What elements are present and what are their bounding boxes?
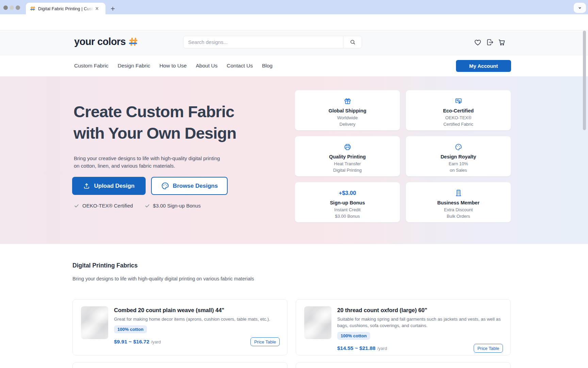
product-name: Combed 20 count plain weave (small) 44" xyxy=(114,307,280,313)
nav-custom-fabric[interactable]: Custom Fabric xyxy=(74,63,109,69)
gift-icon xyxy=(295,97,400,105)
upload-icon xyxy=(83,182,90,189)
tab-title: Digital Fabric Printing | Custo xyxy=(38,6,94,11)
new-tab-button[interactable] xyxy=(108,4,117,13)
cart-icon[interactable] xyxy=(498,38,506,46)
price-unit: /yard xyxy=(377,346,387,351)
product-description: Suitable for making spring and fall garm… xyxy=(337,316,503,329)
product-card-partial[interactable] xyxy=(296,362,511,368)
palette-icon xyxy=(161,182,169,190)
product-price: $9.91 ~ $16.72 xyxy=(114,339,149,345)
building-icon xyxy=(406,189,511,197)
search-icon xyxy=(349,39,356,45)
product-card[interactable]: 20 thread count oxford (large) 60" Suita… xyxy=(296,299,511,355)
material-badge: 100% cotton xyxy=(114,325,147,333)
product-name: 20 thread count oxford (large) 60" xyxy=(337,307,503,313)
check-item-certified: OEKO-TEX® Certified xyxy=(74,203,133,209)
nav-design-fabric[interactable]: Design Fabric xyxy=(118,63,150,69)
window-minimize-button[interactable] xyxy=(10,5,14,10)
price-table-button[interactable]: Price Table xyxy=(474,344,503,353)
tab-search-chevron-icon[interactable] xyxy=(574,3,586,13)
feature-card-eco-certified: Eco-Certified OEKO-TEX® Certified Fabric xyxy=(406,90,511,131)
material-badge: 100% cotton xyxy=(337,332,370,340)
site-header: your colors xyxy=(0,30,588,55)
browser-tab[interactable]: Digital Fabric Printing | Custo xyxy=(26,3,105,14)
products-section-subtitle: Bring your designs to life with high-qua… xyxy=(72,276,254,281)
product-description: Great for making home decor items (apron… xyxy=(114,316,274,322)
scrollbar-thumb[interactable] xyxy=(583,31,586,130)
check-item-bonus: $3.00 Sign-up Bonus xyxy=(145,203,201,209)
hero-section: Create Custom Fabric with Your Own Desig… xyxy=(0,76,588,244)
nav-blog[interactable]: Blog xyxy=(262,63,273,69)
products-section-title: Digital Printing Fabrics xyxy=(72,262,138,269)
tab-close-icon[interactable] xyxy=(94,5,100,12)
nav-contact-us[interactable]: Contact Us xyxy=(227,63,253,69)
certificate-icon xyxy=(406,97,511,105)
window-close-button[interactable] xyxy=(3,5,8,10)
logo-hash-icon xyxy=(129,37,138,46)
printer-icon xyxy=(295,143,400,151)
palette-icon xyxy=(406,143,511,151)
feature-card-design-royalty: Design Royalty Earn 10% on Sales xyxy=(406,136,511,177)
tab-favicon-hash-icon xyxy=(30,6,35,11)
feature-card-global-shipping: Global Shipping Worldwide Delivery xyxy=(295,90,400,131)
logo-text: your colors xyxy=(74,36,126,47)
nav-about-us[interactable]: About Us xyxy=(196,63,218,69)
wishlist-heart-icon[interactable] xyxy=(474,38,482,46)
bonus-amount-text: +$3.00 xyxy=(295,189,400,197)
product-thumbnail xyxy=(81,306,108,339)
feature-card-business-member: Business Member Extra Discount Bulk Orde… xyxy=(406,182,511,223)
search-bar xyxy=(183,36,362,48)
main-nav: Custom Fabric Design Fabric How to Use A… xyxy=(0,55,588,76)
nav-how-to-use[interactable]: How to Use xyxy=(159,63,186,69)
check-icon xyxy=(74,203,79,209)
window-zoom-button[interactable] xyxy=(16,5,20,10)
upload-design-button[interactable]: Upload Design xyxy=(72,177,146,195)
hero-subtitle: Bring your creative designs to life with… xyxy=(74,155,220,170)
browse-designs-button[interactable]: Browse Designs xyxy=(151,177,228,195)
search-button[interactable] xyxy=(343,36,362,48)
hero-title: Create Custom Fabric with Your Own Desig… xyxy=(74,101,236,144)
feature-card-signup-bonus: +$3.00 Sign-up Bonus Instant Credit $3.0… xyxy=(295,182,400,223)
search-input[interactable] xyxy=(183,36,343,48)
hero-check-list: OEKO-TEX® Certified $3.00 Sign-up Bonus xyxy=(74,203,201,209)
product-card[interactable]: Combed 20 count plain weave (small) 44" … xyxy=(72,299,288,355)
feature-card-quality-printing: Quality Printing Heat Transfer Digital P… xyxy=(295,136,400,177)
product-card-partial[interactable] xyxy=(72,362,288,368)
product-price: $14.55 ~ $21.88 xyxy=(337,345,375,351)
site-logo[interactable]: your colors xyxy=(74,36,138,47)
browser-tab-strip: Digital Fabric Printing | Custo xyxy=(0,0,588,14)
check-icon xyxy=(145,203,150,209)
browser-toolbar: your-colors.com xyxy=(0,14,588,30)
product-thumbnail xyxy=(304,306,331,339)
logout-icon[interactable] xyxy=(486,38,494,46)
price-unit: /yard xyxy=(151,339,161,344)
price-table-button[interactable]: Price Table xyxy=(250,337,280,346)
my-account-button[interactable]: My Account xyxy=(456,60,511,72)
